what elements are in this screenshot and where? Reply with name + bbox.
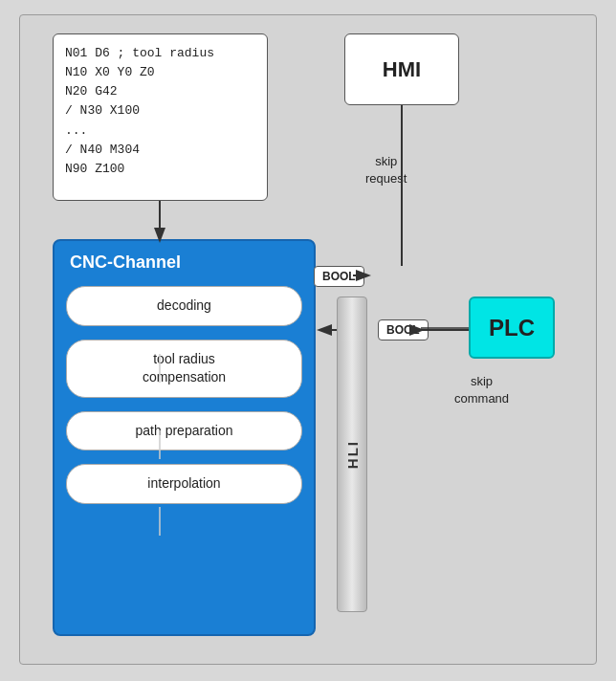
code-line-4: / N30 X100 (65, 103, 140, 118)
path-preparation-label: path preparation (136, 423, 233, 438)
path-preparation-box: path preparation (66, 411, 302, 451)
tool-radius-compensation-label: tool radiuscompensation (143, 351, 226, 385)
code-line-6: / N40 M304 (65, 143, 140, 157)
decoding-box: decoding (66, 286, 302, 326)
hmi-label: HMI (383, 57, 421, 82)
bool-label-right: BOOL (386, 323, 420, 337)
interpolation-box: interpolation (66, 464, 302, 504)
skip-request-label: skiprequest (365, 153, 407, 187)
interpolation-label: interpolation (147, 475, 220, 491)
cnc-channel-title: CNC-Channel (66, 253, 302, 273)
code-line-1: N01 D6 ; tool radius (65, 46, 214, 60)
bool-label-top: BOOL (322, 270, 356, 283)
hmi-box: HMI (344, 33, 459, 105)
cnc-channel-box: CNC-Channel decoding tool radiuscompensa… (53, 239, 316, 636)
code-line-3: N20 G42 (65, 84, 118, 99)
skip-command-label: skipcommand (454, 373, 509, 407)
plc-box: PLC (469, 297, 555, 359)
code-line-7: N90 Z100 (65, 162, 124, 176)
decoding-label: decoding (157, 297, 211, 313)
plc-label: PLC (489, 315, 535, 341)
tool-radius-compensation-box: tool radiuscompensation (66, 340, 302, 398)
bool-box-top: BOOL (314, 266, 364, 287)
code-block: N01 D6 ; tool radius N10 X0 Y0 Z0 N20 G4… (53, 33, 268, 201)
code-line-5: ... (65, 123, 87, 138)
hli-label: HLI (344, 440, 361, 469)
code-line-2: N10 X0 Y0 Z0 (65, 65, 155, 79)
hli-bar: HLI (337, 297, 367, 612)
bool-box-right: BOOL (378, 319, 429, 340)
